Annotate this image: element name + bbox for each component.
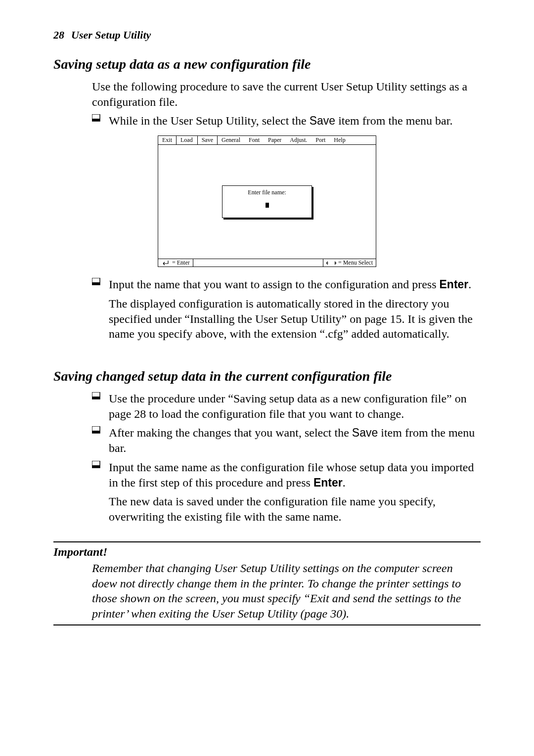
status-left-text: = Enter [172,259,190,267]
text: Input the same name as the configuration… [109,461,474,489]
status-bar: = Enter = Menu Select [158,259,376,267]
menu-font: Font [245,136,264,144]
important-body: Remember that changing User Setup Utilit… [92,561,481,622]
section-heading-save-new: Saving setup data as a new configuration… [53,56,481,72]
section1-followup: The displayed configuration is automatic… [109,296,481,342]
dialog-prompt: Enter file name: [227,189,307,196]
bullet-item: Use the procedure under “Saving setup da… [92,391,481,421]
svg-rect-1 [92,119,100,121]
text: While in the User Setup Utility, select … [109,114,310,127]
bullet-text: While in the User Setup Utility, select … [109,113,481,129]
divider [53,541,481,542]
embedded-screenshot: Exit Load Save General Font Paper Adjust… [53,135,481,267]
bullet-item: Input the name that you want to assign t… [92,277,481,292]
bullet-icon [92,391,109,421]
chapter-title: User Setup Utility [71,29,151,41]
menu-exit: Exit [158,136,177,144]
menu-general: General [218,136,245,144]
utility-window: Exit Load Save General Font Paper Adjust… [158,135,376,267]
important-label: Important! [53,545,481,559]
svg-rect-3 [92,282,100,285]
page: 28User Setup Utility Saving setup data a… [0,0,534,756]
section-heading-save-current: Saving changed setup data in the current… [53,368,481,384]
filename-dialog: Enter file name: [222,185,312,218]
status-left: = Enter [158,259,193,267]
bullet-text: Use the procedure under “Saving setup da… [109,391,481,421]
bullet-icon [92,277,109,292]
section2-followup: The new data is saved under the configur… [109,494,481,524]
text: item from the menu bar. [335,114,452,127]
text: . [343,476,346,489]
menu-paper: Paper [264,136,286,144]
status-right-text: = Menu Select [338,259,373,267]
menu-name-save: Save [310,114,335,127]
bullet-item: After making the changes that you want, … [92,425,481,455]
svg-rect-9 [92,465,100,468]
text-cursor-icon [266,203,269,208]
menu-bar: Exit Load Save General Font Paper Adjust… [158,136,376,145]
bullet-icon [92,460,109,490]
bullet-icon [92,425,109,455]
menu-adjust: Adjust. [286,136,312,144]
menu-load: Load [177,136,197,144]
bullet-text: Input the same name as the configuration… [109,460,481,490]
text: . [468,278,471,291]
bullet-text: Input the name that you want to assign t… [109,277,481,292]
menu-help: Help [330,136,350,144]
menu-name-save: Save [352,426,378,439]
bullet-icon [92,113,109,129]
utility-body: Enter file name: [158,145,376,259]
svg-rect-7 [92,431,100,433]
svg-rect-5 [92,397,100,399]
text: After making the changes that you want, … [109,426,352,439]
menu-port: Port [312,136,330,144]
section1-intro: Use the following procedure to save the … [92,79,481,109]
page-number: 28 [53,29,64,41]
text: Input the name that you want to assign t… [109,278,440,291]
status-right: = Menu Select [323,259,376,267]
menu-save: Save [197,135,218,145]
key-name-enter: Enter [440,278,469,291]
bullet-item: Input the same name as the configuration… [92,460,481,490]
key-name-enter: Enter [313,476,343,489]
running-header: 28User Setup Utility [53,29,481,42]
enter-key-icon [161,261,170,266]
bullet-text: After making the changes that you want, … [109,425,481,455]
bullet-item: While in the User Setup Utility, select … [92,113,481,129]
arrows-icon [326,261,336,266]
divider [53,624,481,625]
